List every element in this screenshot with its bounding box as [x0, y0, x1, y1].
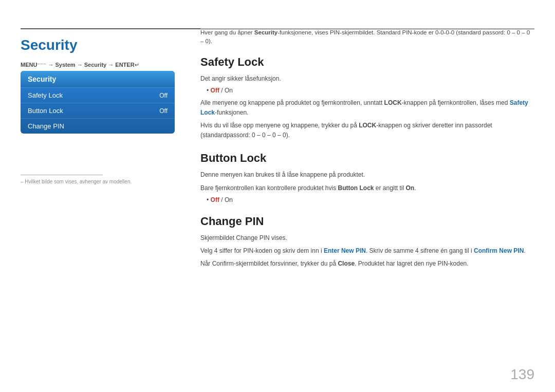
safety-lock-item[interactable]: Safety Lock Off	[21, 87, 175, 103]
safety-lock-desc: Det angir sikker låsefunksjon.	[200, 74, 534, 84]
menu-header: Security	[21, 71, 175, 87]
change-pin-section: Change PIN Skjermbildet Change PIN vises…	[200, 215, 534, 269]
button-lock-desc1: Denne menyen kan brukes til å låse knapp…	[200, 170, 534, 180]
safety-lock-off: Off	[211, 87, 219, 94]
button-lock-item[interactable]: Button Lock Off	[21, 103, 175, 118]
footnote-divider	[21, 175, 103, 175]
button-lock-section: Button Lock Denne menyen kan brukes til …	[200, 152, 534, 203]
safety-lock-value: Off	[159, 92, 168, 99]
button-lock-separator: /	[221, 196, 225, 203]
breadcrumb-text: MENU⁻⁻⁻ → System → Security → ENTER↵	[21, 62, 139, 68]
change-pin-desc1: Skjermbildet Change PIN vises.	[200, 233, 534, 243]
breadcrumb: MENU⁻⁻⁻ → System → Security → ENTER↵	[21, 62, 139, 68]
change-pin-title: Change PIN	[200, 215, 534, 228]
safety-lock-separator: /	[221, 87, 225, 94]
button-lock-bullet: Off / On	[207, 196, 534, 203]
change-pin-desc2: Velg 4 siffer for PIN-koden og skriv dem…	[200, 246, 534, 256]
safety-lock-on: On	[225, 87, 233, 94]
security-menu-box: Security Safety Lock Off Button Lock Off…	[21, 71, 175, 134]
button-lock-value: Off	[159, 107, 168, 115]
button-lock-title: Button Lock	[200, 152, 534, 165]
safety-lock-extra1: Alle menyene og knappene på produktet og…	[200, 98, 534, 118]
change-pin-label: Change PIN	[28, 122, 64, 130]
button-lock-on: On	[225, 196, 233, 203]
footnote: – Hvilket bilde som vises, avhenger av m…	[21, 179, 132, 184]
intro-text: Hver gang du åpner Security-funksjonene,…	[200, 28, 534, 46]
button-lock-label: Button Lock	[28, 107, 63, 115]
safety-lock-bullet: Off / On	[207, 87, 534, 94]
safety-lock-section: Safety Lock Det angir sikker låsefunksjo…	[200, 55, 534, 141]
safety-lock-label: Safety Lock	[28, 91, 63, 99]
change-pin-desc3: Når Confirm-skjermbildet forsvinner, try…	[200, 259, 534, 269]
button-lock-desc2: Bare fjernkontrollen kan kontrollere pro…	[200, 183, 534, 193]
button-lock-off: Off	[211, 196, 219, 203]
right-content: Hver gang du åpner Security-funksjonene,…	[200, 28, 534, 371]
page-number: 139	[510, 366, 534, 383]
safety-lock-title: Safety Lock	[200, 55, 534, 69]
change-pin-item[interactable]: Change PIN	[21, 118, 175, 134]
page-title: Security	[21, 37, 78, 53]
safety-lock-extra2: Hvis du vil låse opp menyene og knappene…	[200, 121, 534, 140]
